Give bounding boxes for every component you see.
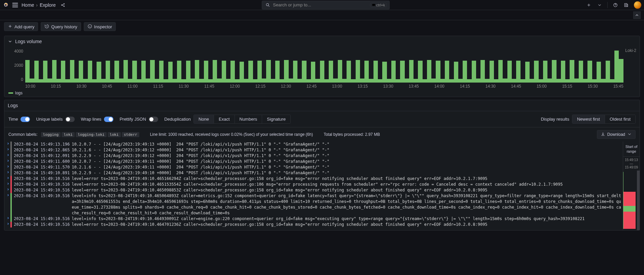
chart-bar[interactable] xyxy=(503,79,507,83)
chevron-right-icon[interactable] xyxy=(6,164,10,168)
news-icon[interactable] xyxy=(623,2,629,8)
breadcrumb-home[interactable]: Home xyxy=(22,2,34,8)
chart-bar[interactable] xyxy=(34,61,39,83)
chart-bar[interactable] xyxy=(427,60,431,83)
chart-bar[interactable] xyxy=(74,79,79,83)
chart-bar[interactable] xyxy=(525,62,530,83)
inspector-button[interactable]: Inspector xyxy=(84,22,116,31)
chart-bar[interactable] xyxy=(494,79,498,83)
chart-bar[interactable] xyxy=(315,79,320,83)
chart-bar[interactable] xyxy=(97,62,101,83)
chevron-right-icon[interactable] xyxy=(6,159,10,162)
chart-bar[interactable] xyxy=(431,79,436,83)
dedup-option-numbers[interactable]: Numbers xyxy=(235,115,262,123)
share-icon[interactable] xyxy=(60,2,66,8)
chart-bar[interactable] xyxy=(597,62,601,83)
chart-bar[interactable] xyxy=(485,79,489,83)
chart-bar[interactable] xyxy=(61,61,65,83)
log-row[interactable]: 2023-08-24 15:49:11.57010.2.1.6 - - [24/… xyxy=(6,164,621,170)
log-row[interactable]: 2023-08-24 15:49:12.86510.2.1.6 - - [24/… xyxy=(6,147,621,153)
chart-bar[interactable] xyxy=(159,61,164,83)
chart-bar[interactable] xyxy=(445,61,449,83)
chart-bar[interactable] xyxy=(141,61,146,83)
order-option-oldest-first[interactable]: Oldest first xyxy=(605,115,635,123)
chart-bar[interactable] xyxy=(43,61,47,83)
chart-bar[interactable] xyxy=(530,79,534,83)
log-row[interactable]: 2023-08-24 15:49:11.60010.2.0.7 - - [24/… xyxy=(6,159,621,164)
chart-bar[interactable] xyxy=(79,61,83,83)
chart-bar[interactable] xyxy=(369,79,373,83)
chart-bar[interactable] xyxy=(253,79,257,83)
chart-bar[interactable] xyxy=(132,61,137,83)
chart-bar[interactable] xyxy=(155,79,159,83)
order-option-newest-first[interactable]: Newest first xyxy=(572,115,605,123)
chevron-right-icon[interactable] xyxy=(6,187,10,191)
chart-bar[interactable] xyxy=(217,79,221,83)
search-input[interactable]: Search or jump to... ctrl+k xyxy=(262,1,390,9)
chart-bar[interactable] xyxy=(275,61,280,83)
chart-bar[interactable] xyxy=(329,61,333,83)
chart-bar[interactable] xyxy=(347,61,351,83)
chart-bar[interactable] xyxy=(552,60,556,83)
chart-bar[interactable] xyxy=(614,51,619,83)
chart-bar[interactable] xyxy=(476,79,480,83)
log-row[interactable]: 2023-08-24 15:49:10.516level=error ts=20… xyxy=(6,176,621,182)
chart-bar[interactable] xyxy=(88,61,92,83)
wrap-lines-toggle[interactable] xyxy=(104,117,113,122)
chart-bar[interactable] xyxy=(307,79,311,83)
chart-bar[interactable] xyxy=(199,79,204,83)
chart-bar[interactable] xyxy=(297,79,302,83)
minimap-scrollbar[interactable] xyxy=(637,171,640,230)
chart-bar[interactable] xyxy=(440,79,445,83)
logs-volume-header[interactable]: Logs volume xyxy=(4,36,640,47)
chart-bar[interactable] xyxy=(248,61,253,83)
chart-bar[interactable] xyxy=(458,79,463,83)
chart-bar[interactable] xyxy=(230,61,235,83)
chart-bar[interactable] xyxy=(547,79,552,83)
chevron-right-icon[interactable] xyxy=(6,153,10,157)
chart-bar[interactable] xyxy=(338,60,342,83)
chart-bar[interactable] xyxy=(128,79,132,83)
chart-bar[interactable] xyxy=(373,61,378,83)
log-row[interactable]: 2023-08-24 15:49:10.516level=error ts=20… xyxy=(6,182,621,187)
chart-bar[interactable] xyxy=(565,79,570,83)
chart-bar[interactable] xyxy=(333,79,337,83)
log-row[interactable]: 2023-08-24 15:49:10.516level=info ts=202… xyxy=(6,193,621,216)
chart-bar[interactable] xyxy=(543,61,547,83)
chart-bar[interactable] xyxy=(302,61,306,83)
chart-bar[interactable] xyxy=(521,79,525,83)
chart-bar[interactable] xyxy=(25,60,30,83)
chart-bar[interactable] xyxy=(181,79,186,83)
chart-bar[interactable] xyxy=(92,79,97,83)
chart-bar[interactable] xyxy=(472,61,476,83)
breadcrumb-explore[interactable]: Explore xyxy=(40,2,56,8)
chart-bar[interactable] xyxy=(257,61,262,83)
chart-bar[interactable] xyxy=(449,79,454,83)
chart-bar[interactable] xyxy=(418,61,422,83)
chart-bar[interactable] xyxy=(557,79,561,83)
chevron-right-icon[interactable] xyxy=(6,193,10,197)
chart-bar[interactable] xyxy=(583,79,587,83)
chevron-right-icon[interactable] xyxy=(6,147,10,151)
chart-bar[interactable] xyxy=(606,61,610,83)
start-of-range-button[interactable]: Start of range xyxy=(623,142,640,157)
chart-bar[interactable] xyxy=(512,79,516,83)
chart-bar[interactable] xyxy=(262,79,266,83)
minimap-track[interactable] xyxy=(623,172,636,229)
chart-bar[interactable] xyxy=(356,60,360,83)
chart-bar[interactable] xyxy=(119,79,123,83)
grafana-logo-icon[interactable] xyxy=(3,2,9,8)
chevron-right-icon[interactable] xyxy=(6,222,10,225)
chart-bar[interactable] xyxy=(30,79,34,83)
chevron-right-icon[interactable] xyxy=(6,142,10,145)
chart-bar[interactable] xyxy=(204,61,208,83)
chart-bar[interactable] xyxy=(391,61,396,83)
chart-bar[interactable] xyxy=(409,60,414,83)
chart-bar[interactable] xyxy=(280,79,284,83)
chart-bar[interactable] xyxy=(146,79,150,83)
chart-bar[interactable] xyxy=(110,79,114,83)
prettify-json-toggle[interactable] xyxy=(149,117,158,122)
chart-bar[interactable] xyxy=(534,61,538,83)
chevron-right-icon[interactable] xyxy=(6,170,10,174)
unique-labels-toggle[interactable] xyxy=(65,117,75,122)
